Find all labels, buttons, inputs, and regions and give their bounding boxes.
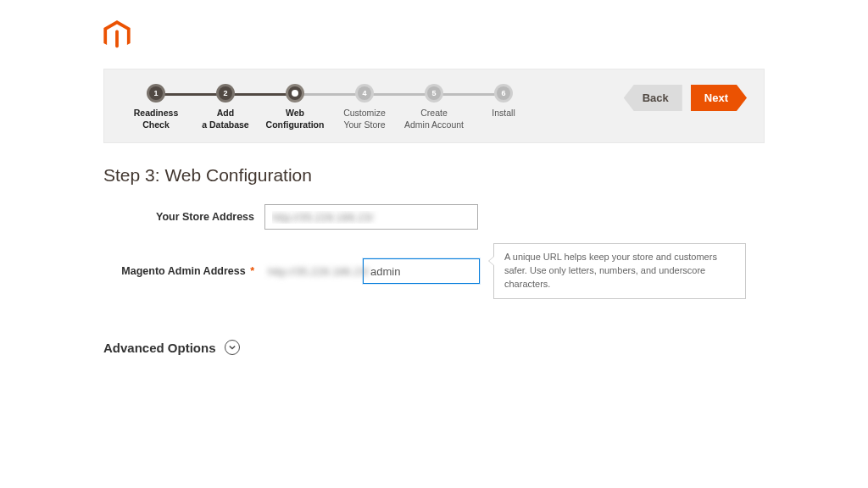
step-dot-icon: 1	[149, 86, 163, 100]
wizard-progress-bar: 1ReadinessCheck2Adda DatabaseWebConfigur…	[103, 69, 765, 143]
step-dot-icon	[288, 86, 302, 100]
advanced-options-label: Advanced Options	[103, 341, 216, 355]
store-address-label: Your Store Address	[103, 211, 264, 223]
chevron-down-icon	[225, 340, 240, 355]
page-title: Step 3: Web Configuration	[103, 165, 765, 186]
store-address-row: Your Store Address	[103, 204, 765, 230]
step-dot-icon: 4	[358, 86, 371, 100]
step-label: Install	[492, 107, 515, 119]
step-label: ReadinessCheck	[134, 107, 179, 130]
step-label: CustomizeYour Store	[343, 107, 386, 130]
admin-address-tooltip: A unique URL helps keep your store and c…	[493, 243, 746, 299]
step-dot-icon: 2	[219, 86, 232, 100]
magento-logo	[103, 20, 765, 53]
store-address-input[interactable]	[264, 204, 478, 230]
next-button[interactable]: Next	[691, 85, 747, 111]
wizard-step-1: 1ReadinessCheck	[121, 86, 191, 130]
admin-url-prefix: http://35.228.186.23/	[264, 265, 363, 278]
step-dot-icon: 5	[427, 86, 441, 100]
wizard-step-6: 6Install	[469, 86, 538, 119]
back-button[interactable]: Back	[624, 85, 682, 111]
step-label: CreateAdmin Account	[404, 107, 464, 130]
admin-path-input[interactable]	[363, 258, 480, 284]
admin-address-row: Magento Admin Address * http://35.228.18…	[103, 243, 765, 299]
step-dot-icon: 6	[497, 86, 510, 100]
step-label: WebConfiguration	[266, 107, 325, 130]
admin-address-label: Magento Admin Address *	[103, 265, 264, 277]
advanced-options-toggle[interactable]: Advanced Options	[103, 340, 765, 355]
step-label: Adda Database	[202, 107, 248, 130]
required-star-icon: *	[250, 265, 254, 277]
